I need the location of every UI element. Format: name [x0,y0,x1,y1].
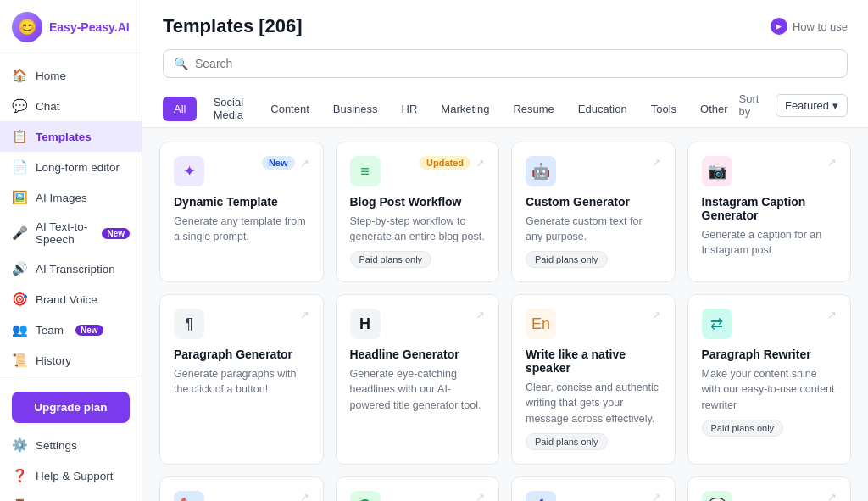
nav-label-chat: Chat [36,100,60,113]
external-link-icon[interactable]: ↗ [476,491,485,501]
template-title: Headline Generator [350,348,486,361]
card-top-right: Updated ↗ [420,156,485,170]
images-icon: 🖼️ [12,190,27,205]
template-icon-rewriter: ⇄ [702,309,732,339]
sidebar-item-transcription[interactable]: 🔊 AI Transcription [0,253,142,284]
template-card-nativespeaker[interactable]: En ↗ Write like a native speaker Clear, … [511,294,676,464]
main-content: Templates [206] ▶ How to use 🔍 AllSocial… [142,0,868,501]
help-icon: ❓ [12,468,27,483]
filter-tab-social[interactable]: Social Media [198,90,258,127]
sort-select[interactable]: Featured ▾ [776,94,848,117]
settings-icon: ⚙️ [12,437,27,453]
template-card-headline[interactable]: H ↗ Headline Generator Generate eye-catc… [336,294,500,464]
template-card-seo[interactable]: G ↗ SEO: Title and Meta Descriptions [336,476,500,501]
upgrade-button[interactable]: Upgrade plan [12,392,130,423]
template-desc: Clear, concise and authentic writing tha… [526,380,661,426]
sidebar-item-longform[interactable]: 📄 Long-form editor [0,152,142,182]
template-title: Write like a native speaker [526,348,661,375]
sidebar-item-templates[interactable]: 📋 Templates [0,121,142,152]
tag-new: New [262,156,295,170]
badge-tts: New [102,228,130,239]
external-link-icon[interactable]: ↗ [300,157,309,170]
template-card-response[interactable]: 💬 ↗ Response Generator Reply to WhatsApp… [687,476,852,501]
filter-tab-content[interactable]: Content [259,97,320,121]
template-card-blogpost[interactable]: ≡ Updated ↗ Blog Post Workflow Step-by-s… [336,142,500,282]
nav-label-tts: AI Text-to-Speech [36,220,90,246]
sidebar-item-team[interactable]: 👥 Team New [0,315,142,345]
sidebar-item-images[interactable]: 🖼️ AI Images [0,182,142,213]
external-link-icon[interactable]: ↗ [652,491,661,501]
external-link-icon[interactable]: ↗ [827,491,837,501]
external-link-icon[interactable]: ↗ [827,309,837,321]
card-header: 🤖 ↗ [526,156,661,186]
template-title: Blog Post Workflow [350,195,486,209]
template-card-rewriter[interactable]: ⇄ ↗ Paragraph Rewriter Make your content… [687,294,852,464]
history-icon: 📜 [12,353,27,368]
external-link-icon[interactable]: ↗ [652,309,661,321]
external-link-icon[interactable]: ↗ [476,157,485,170]
template-card-custom[interactable]: 🤖 ↗ Custom Generator Generate custom tex… [511,142,676,282]
filter-tab-education[interactable]: Education [567,97,638,121]
external-link-icon[interactable]: ↗ [476,309,485,321]
filter-tabs: AllSocial MediaContentBusinessHRMarketin… [163,90,739,127]
search-bar: 🔍 [163,49,848,78]
sidebar-item-tts[interactable]: 🎤 AI Text-to-Speech New [0,213,142,253]
sidebar-item-settings[interactable]: ⚙️ Settings [0,430,142,460]
template-card-facebook[interactable]: f ↗ Facebook Post Generator Easily creat… [511,476,676,501]
template-icon-headline: H [350,309,381,339]
card-top-right: ↗ [827,309,837,321]
filter-tab-hr[interactable]: HR [391,97,429,121]
template-icon-dynamic: ✦ [174,156,204,186]
filter-tab-marketing[interactable]: Marketing [430,97,500,121]
template-card-paragraph[interactable]: ¶ ↗ Paragraph Generator Generate paragra… [159,294,324,464]
card-header: ¶ ↗ [174,309,309,339]
card-top-right: ↗ [300,491,309,501]
sidebar-item-history[interactable]: 📜 History [0,345,142,376]
card-header: 📷 ↗ [702,156,837,186]
sidebar-item-chat[interactable]: 💬 Chat [0,91,142,121]
template-icon-seo: G [350,491,381,501]
external-link-icon[interactable]: ↗ [300,491,309,501]
external-link-icon[interactable]: ↗ [827,156,837,169]
home-icon: 🏠 [12,68,27,83]
sidebar-item-brandvoice[interactable]: 🎯 Brand Voice [0,284,142,315]
external-link-icon[interactable]: ↗ [652,156,661,169]
template-desc: Generate custom text for any purpose. [526,214,661,244]
sidebar-item-home[interactable]: 🏠 Home [0,60,142,91]
external-link-icon[interactable]: ↗ [300,309,309,321]
filter-tab-all[interactable]: All [163,97,197,121]
nav-label-longform: Long-form editor [36,161,120,174]
chat-icon: 💬 [12,98,27,114]
paid-badge: Paid plans only [350,251,432,268]
filter-tab-tools[interactable]: Tools [640,97,687,121]
nav-label-transcription: AI Transcription [36,263,115,276]
nav-label-settings: Settings [36,439,77,452]
nav-label-images: AI Images [36,192,87,204]
filter-tab-resume[interactable]: Resume [502,97,565,121]
template-card-instagram[interactable]: 📷 ↗ Instagram Caption Generator Generate… [687,142,852,282]
tts-icon: 🎤 [12,225,27,241]
card-top-right: ↗ [652,156,661,169]
filter-tab-other[interactable]: Other [689,97,739,121]
nav-label-brandvoice: Brand Voice [36,293,97,306]
how-to-use-button[interactable]: ▶ How to use [771,18,848,35]
filter-tab-business[interactable]: Business [322,97,389,121]
nav-label-help: Help & Support [36,470,114,482]
template-card-writing[interactable]: ✏️ ↗ Writing Enhancer Improve your writi… [159,476,324,501]
search-input[interactable] [195,57,837,70]
template-title: Paragraph Generator [174,348,309,361]
sidebar-item-logout[interactable]: 🚪 Logout [0,491,142,501]
longform-icon: 📄 [12,159,27,175]
template-desc: Generate paragraphs with the click of a … [174,366,309,397]
card-top-right: ↗ [476,309,485,321]
logo: 😊 Easy-Peasy.AI [0,0,142,53]
card-header: ✏️ ↗ [174,491,309,501]
sidebar-item-help[interactable]: ❓ Help & Support [0,460,142,491]
page-title: Templates [206] [163,15,303,37]
nav-section: 🏠 Home 💬 Chat 📋 Templates 📄 Long-form ed… [0,53,142,501]
card-header: ≡ Updated ↗ [350,156,486,186]
template-card-dynamic[interactable]: ✦ New ↗ Dynamic Template Generate any te… [159,142,324,282]
badge-team: New [75,325,103,336]
templates-grid: ✦ New ↗ Dynamic Template Generate any te… [159,142,851,501]
template-icon-custom: 🤖 [526,156,556,186]
